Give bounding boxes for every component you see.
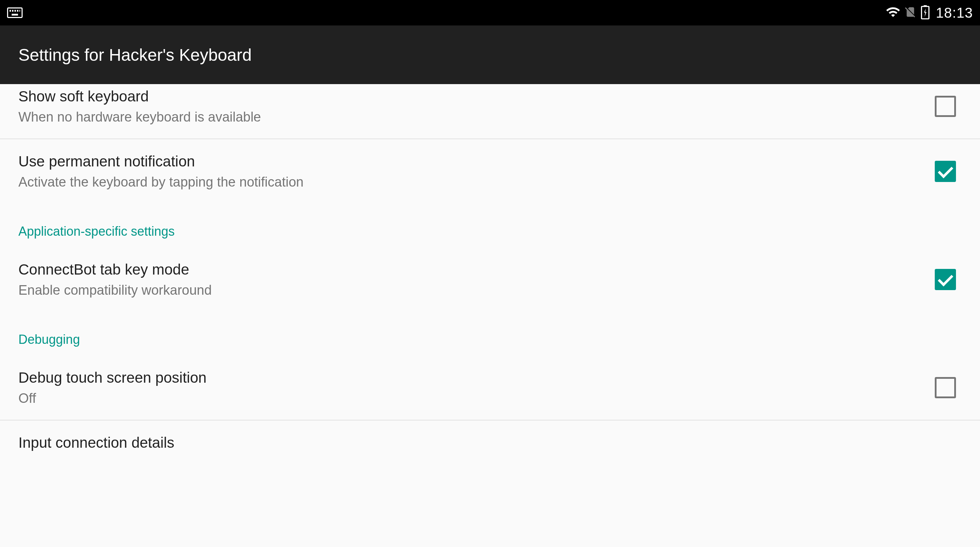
section-title: Debugging: [18, 332, 962, 347]
svg-rect-1: [924, 5, 927, 7]
setting-title: Use permanent notification: [18, 152, 935, 172]
setting-subtitle: Off: [18, 390, 935, 407]
setting-text: Debug touch screen position Off: [18, 368, 935, 407]
wifi-icon: [886, 5, 900, 21]
setting-title: ConnectBot tab key mode: [18, 260, 935, 280]
setting-subtitle: When no hardware keyboard is available: [18, 108, 935, 126]
checkbox-checked[interactable]: [935, 161, 956, 182]
checkbox-unchecked[interactable]: [935, 377, 956, 398]
checkbox-checked[interactable]: [935, 269, 956, 290]
page-title: Settings for Hacker's Keyboard: [18, 45, 251, 65]
setting-text: Input connection details: [18, 433, 962, 453]
status-time: 18:13: [936, 5, 973, 21]
setting-text: Show soft keyboard When no hardware keyb…: [18, 87, 935, 126]
setting-title: Input connection details: [18, 433, 962, 453]
setting-permanent-notification[interactable]: Use permanent notification Activate the …: [0, 139, 980, 204]
no-sim-icon: [904, 6, 917, 20]
setting-show-soft-keyboard[interactable]: Show soft keyboard When no hardware keyb…: [0, 84, 980, 138]
section-debugging: Debugging: [0, 312, 980, 356]
battery-charging-icon: [920, 5, 930, 21]
section-title: Application-specific settings: [18, 224, 962, 239]
status-right: 18:13: [886, 5, 973, 21]
status-bar: 18:13: [0, 0, 980, 25]
app-bar: Settings for Hacker's Keyboard: [0, 25, 980, 84]
setting-title: Debug touch screen position: [18, 368, 935, 388]
keyboard-icon: [7, 8, 22, 18]
setting-text: Use permanent notification Activate the …: [18, 152, 935, 191]
section-application-specific: Application-specific settings: [0, 204, 980, 247]
setting-subtitle: Enable compatibility workaround: [18, 281, 935, 299]
setting-connectbot-tab[interactable]: ConnectBot tab key mode Enable compatibi…: [0, 247, 980, 312]
setting-title: Show soft keyboard: [18, 87, 935, 107]
setting-subtitle: Activate the keyboard by tapping the not…: [18, 173, 935, 191]
status-left: [7, 8, 22, 18]
setting-input-connection-details[interactable]: Input connection details: [0, 420, 980, 465]
setting-text: ConnectBot tab key mode Enable compatibi…: [18, 260, 935, 299]
checkbox-unchecked[interactable]: [935, 96, 956, 117]
setting-debug-touch[interactable]: Debug touch screen position Off: [0, 356, 980, 420]
settings-list[interactable]: Show soft keyboard When no hardware keyb…: [0, 84, 980, 465]
